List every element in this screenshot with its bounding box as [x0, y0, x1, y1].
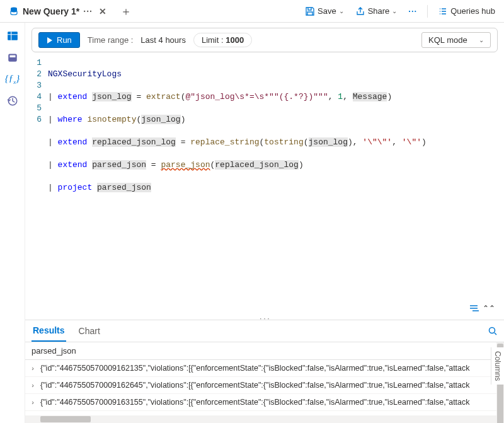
queries-hub-label: Queries hub — [450, 6, 495, 16]
table-row[interactable]: ›{"id":"4467550570009162135","violations… — [25, 360, 496, 377]
left-rail: {ƒx} — [0, 23, 25, 423]
query-toolbar: Run Time range : Last 4 hours Limit : 10… — [32, 28, 498, 52]
code-body[interactable]: NGXSecurityLogs | extend json_log = extr… — [48, 57, 504, 216]
line-gutter: 1 2 3 4 5 6 — [25, 57, 48, 216]
limit-label: Limit : — [202, 35, 224, 45]
editor-resize-controls[interactable]: ⌃⌃ — [25, 302, 504, 315]
column-header[interactable]: parsed_json — [25, 342, 496, 360]
columns-panel-toggle[interactable]: Columns — [491, 347, 504, 385]
tab-chart[interactable]: Chart — [77, 321, 101, 341]
run-button[interactable]: Run — [38, 32, 80, 48]
save-label: Save — [318, 6, 336, 16]
tab-title: New Query 1* — [23, 6, 79, 16]
svg-point-5 — [490, 328, 495, 333]
svg-rect-3 — [9, 55, 15, 57]
results-tabs: Results Chart — [25, 320, 504, 342]
run-label: Run — [57, 35, 72, 45]
database-icon — [9, 6, 19, 16]
table-row[interactable]: ›{"id":"4467550570009163665","violations… — [25, 411, 496, 415]
list-icon — [438, 6, 448, 16]
queries-hub-button[interactable]: Queries hub — [434, 4, 499, 19]
play-icon — [47, 37, 53, 43]
query-tab[interactable]: New Query 1* ··· ✕ — [5, 4, 113, 19]
cell-parsed-json: {"id":"4467550570009163155","violations"… — [40, 398, 470, 407]
mode-select[interactable]: KQL mode ⌄ — [421, 32, 491, 48]
more-actions-button[interactable]: ··· — [404, 4, 421, 18]
package-icon[interactable] — [7, 52, 18, 63]
table-row[interactable]: ›{"id":"4467550570009163155","violations… — [25, 394, 496, 411]
horizontal-scrollbar[interactable] — [25, 415, 496, 423]
expand-icon[interactable]: › — [25, 364, 40, 372]
share-button[interactable]: Share ⌄ — [352, 4, 401, 19]
table-icon[interactable] — [7, 30, 18, 42]
share-icon — [355, 6, 365, 16]
timerange-label: Time range : — [88, 35, 134, 45]
search-icon[interactable] — [488, 326, 498, 336]
chevron-down-icon: ⌄ — [479, 37, 484, 43]
expand-icon[interactable]: › — [25, 381, 40, 389]
expand-icon[interactable]: › — [25, 398, 40, 406]
timerange-value[interactable]: Last 4 hours — [140, 35, 186, 45]
justify-icon — [469, 304, 479, 312]
close-icon[interactable]: ✕ — [96, 6, 109, 16]
cell-parsed-json: {"id":"4467550570009162645","violations"… — [40, 381, 470, 390]
tab-results[interactable]: Results — [32, 320, 66, 342]
svg-rect-2 — [8, 54, 17, 61]
cell-parsed-json: {"id":"4467550570009162135","violations"… — [40, 364, 470, 373]
resize-handle[interactable]: · · · — [25, 315, 504, 320]
chevron-down-icon: ⌄ — [392, 8, 397, 14]
history-icon[interactable] — [7, 95, 18, 107]
divider — [427, 5, 428, 18]
grid-body: ›{"id":"4467550570009162135","violations… — [25, 360, 496, 415]
share-label: Share — [368, 6, 390, 16]
tab-more-icon[interactable]: ··· — [83, 6, 93, 16]
code-editor[interactable]: 1 2 3 4 5 6 NGXSecurityLogs | extend jso… — [25, 52, 504, 221]
save-button[interactable]: Save ⌄ — [301, 4, 348, 19]
limit-pill[interactable]: Limit : 1000 — [193, 33, 252, 47]
mode-label: KQL mode — [428, 35, 467, 45]
save-icon — [305, 6, 315, 16]
limit-value: 1000 — [226, 35, 244, 45]
fx-icon[interactable]: {ƒx} — [5, 73, 20, 85]
collapse-up-icon[interactable]: ⌃⌃ — [483, 304, 495, 313]
svg-rect-1 — [8, 32, 18, 40]
tab-bar: New Query 1* ··· ✕ ＋ Save ⌄ Share ⌄ ··· … — [0, 0, 504, 23]
chevron-down-icon: ⌄ — [339, 8, 344, 14]
results-grid: parsed_json ›{"id":"4467550570009162135"… — [25, 342, 496, 423]
add-tab-button[interactable]: ＋ — [117, 4, 135, 19]
table-row[interactable]: ›{"id":"4467550570009162645","violations… — [25, 377, 496, 394]
